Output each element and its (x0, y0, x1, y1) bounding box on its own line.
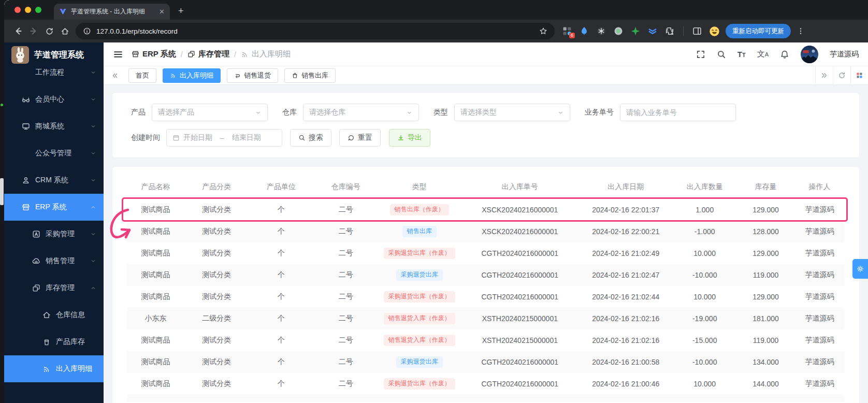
breadcrumb-item[interactable]: 库存管理 (187, 49, 229, 59)
sidebar: 芋道管理系统 工作流程会员中心商城系统公众号管理CRM 系统ERP 系统采购管理… (4, 42, 104, 403)
person-icon (22, 176, 30, 184)
settings-button[interactable] (852, 259, 868, 279)
type-cell: 采购退货出库（作废） (378, 286, 460, 308)
close-window-button[interactable] (15, 7, 21, 13)
font-size-icon[interactable]: TT (737, 50, 746, 59)
table-row[interactable]: 测试商品测试分类个二号采购退货出库（作废）CGTH202402160000012… (127, 373, 845, 395)
refresh-page-icon[interactable] (833, 66, 850, 84)
minimize-window-button[interactable] (25, 7, 31, 13)
toolbar-divider (683, 26, 684, 36)
site-info-icon[interactable] (83, 27, 91, 35)
sidebar-item-stock-record[interactable]: 出入库明细 (4, 355, 104, 382)
sidebar-item-product-stock[interactable]: 产品库存 (4, 328, 104, 355)
sidebar-item-label: 商城系统 (35, 122, 64, 131)
extension-icon-record[interactable] (613, 26, 624, 36)
search-icon[interactable] (717, 50, 726, 59)
signal-icon (42, 365, 51, 373)
forward-icon[interactable] (26, 23, 41, 39)
address-bar[interactable]: 127.0.0.1/erp/stock/record (76, 23, 555, 39)
extension-icon-tabs[interactable]: 6 (562, 26, 572, 36)
relaunch-update-button[interactable]: 重新启动即可更新 (726, 24, 791, 38)
fullscreen-icon[interactable] (696, 50, 705, 59)
type-badge: 采购退货出库（作废） (384, 291, 455, 302)
sidebar-item-crm[interactable]: CRM 系统 (4, 167, 104, 194)
table-cell: 二号 (313, 221, 378, 242)
type-select[interactable]: 请选择类型 (454, 104, 570, 121)
sidebar-item-purchase[interactable]: 采购管理 (4, 221, 104, 248)
extension-icon-wheel[interactable] (596, 26, 606, 36)
page-tab-销售退货[interactable]: 销售退货 (227, 68, 278, 83)
table-row[interactable]: 测试商品测试分类个二号销售退货入库（作废）XSTH202402150000012… (127, 329, 845, 351)
extension-icon-chevrons[interactable] (647, 26, 658, 36)
table-cell: 测试商品 (127, 242, 184, 264)
layout-grid-icon[interactable] (850, 66, 868, 84)
icon-spacer (22, 68, 30, 77)
profile-avatar[interactable] (709, 26, 719, 36)
reset-button[interactable]: 重置 (339, 129, 381, 147)
type-cell: 采购退货出库（作废） (378, 242, 460, 264)
extension-icon-star[interactable] (630, 26, 641, 36)
page-tab-首页[interactable]: 首页 (128, 68, 156, 83)
reload-icon[interactable] (41, 23, 57, 39)
search-button[interactable]: 搜索 (290, 129, 331, 147)
app-logo-row[interactable]: 芋道管理系统 (4, 42, 104, 67)
app-title: 芋道管理系统 (34, 50, 84, 61)
tabs-scroll-left-icon[interactable] (108, 72, 122, 79)
breadcrumb-item[interactable]: ERP 系统 (132, 49, 176, 59)
extensions-puzzle-icon[interactable] (664, 26, 675, 36)
header-actions: TT 文A 芋道源码 (696, 46, 859, 63)
sidebar-item-warehouse[interactable]: 仓库信息 (4, 301, 104, 328)
table-cell: 个 (249, 373, 314, 395)
type-cell: 销售出库 (378, 221, 460, 242)
zoom-window-button[interactable] (35, 7, 41, 13)
sidebar-item-sale[interactable]: 销售管理 (4, 248, 104, 275)
browser-menu-kebab-icon[interactable] (793, 23, 808, 39)
column-header: 仓库编号 (313, 175, 378, 199)
home-icon[interactable] (57, 23, 73, 39)
product-select[interactable]: 请选择产品 (152, 104, 268, 121)
tabs-scroll-right-icon[interactable] (815, 66, 833, 84)
bookmark-star-icon[interactable] (539, 27, 547, 35)
table-cell: 二号 (313, 242, 378, 264)
export-button[interactable]: 导出 (389, 129, 430, 147)
browser-tab[interactable]: 芋道管理系统 - 出入库明细 ✕ (54, 4, 170, 20)
sidebar-item-member[interactable]: 会员中心 (4, 86, 104, 113)
table-row[interactable]: 测试商品测试分类个二号销售出库XSCK202402160000012024-02… (127, 221, 845, 242)
table-cell: 芋道源码 (794, 199, 845, 221)
date-range-picker[interactable]: 开始日期 – 结束日期 (166, 129, 282, 147)
collapse-menu-icon[interactable] (113, 49, 123, 60)
table-cell: 测试分类 (184, 242, 249, 264)
table-row[interactable]: 测试商品测试分类个二号销售出库（作废）XSCK20240216000001202… (127, 199, 845, 221)
sidebar-item-mall[interactable]: 商城系统 (4, 113, 104, 140)
chevron-down-icon (90, 69, 96, 76)
page-tab-销售出库[interactable]: 销售出库 (284, 68, 336, 83)
table-cell: -10.000 (672, 351, 737, 373)
username[interactable]: 芋道源码 (830, 50, 859, 59)
table-row[interactable]: 测试商品测试分类个二号采购退货出库（作废）CGTH202402160000012… (127, 242, 845, 264)
table-row[interactable]: 测试商品测试分类个二号采购退货出库CGTH202402160000012024-… (127, 351, 845, 373)
sidebar-item-stock[interactable]: 库存管理 (4, 275, 104, 301)
table-row[interactable]: 测试商品测试分类个二号采购退货出库（作废）CGTH202402160000012… (127, 286, 845, 308)
table-row[interactable]: 测试商品测试分类个二号采购退货出库CGTH202402160000012024-… (127, 264, 845, 286)
sidebar-item-mp[interactable]: 公众号管理 (4, 140, 104, 167)
side-panel-icon[interactable] (692, 26, 702, 36)
table-cell: 119.000 (737, 329, 794, 351)
table-cell: 二号 (313, 286, 378, 308)
table-row[interactable]: 小东东二级分类个二号销售退货入库（作废）XSTH2024021500000120… (127, 308, 845, 329)
table-cell: 个 (249, 221, 314, 242)
user-avatar[interactable] (801, 46, 818, 63)
locale-icon[interactable]: 文A (757, 49, 769, 59)
new-tab-button[interactable]: + (178, 6, 184, 17)
back-icon[interactable] (10, 23, 26, 39)
search-button-label: 搜索 (309, 133, 323, 142)
warehouse-select[interactable]: 请选择仓库 (303, 104, 419, 121)
column-header: 产品单位 (249, 175, 314, 199)
extension-icon-drop[interactable] (579, 26, 589, 36)
breadcrumb-item[interactable]: 出入库明细 (241, 49, 291, 59)
page-tab-出入库明细[interactable]: 出入库明细 (163, 68, 221, 83)
tab-close-icon[interactable]: ✕ (159, 8, 165, 15)
bizno-input[interactable] (626, 108, 730, 117)
notification-bell-icon[interactable] (780, 50, 789, 59)
table-cell: CGTH20240216000001 (460, 264, 579, 286)
sidebar-item-erp[interactable]: ERP 系统 (4, 194, 104, 221)
